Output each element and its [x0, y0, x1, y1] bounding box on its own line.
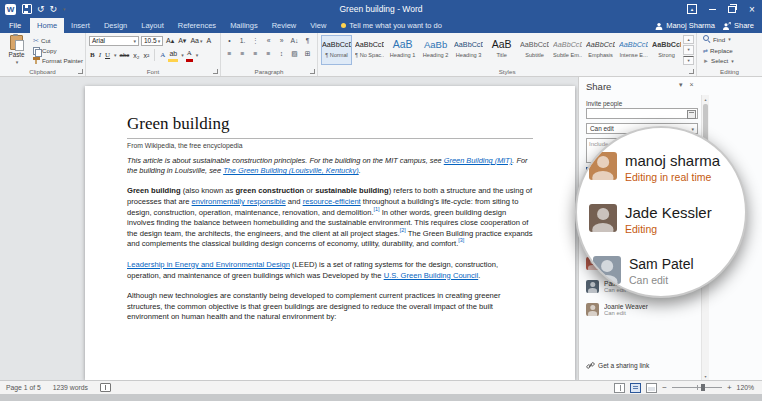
- borders-button[interactable]: ⊞: [302, 48, 313, 59]
- font-size-dropdown-icon[interactable]: ▾: [158, 38, 161, 44]
- clipboard-dialog-launcher-icon[interactable]: [78, 69, 83, 74]
- style-emphasis[interactable]: AaBbCcDc Emphasis: [585, 35, 616, 65]
- customize-qat-icon[interactable]: ▾: [63, 6, 66, 12]
- style-heading-2[interactable]: AaBb Heading 2: [420, 35, 451, 65]
- style-subtitle[interactable]: AaBbCcDc Subtitle: [519, 35, 550, 65]
- read-mode-button[interactable]: [614, 383, 625, 393]
- align-center-button[interactable]: ≡: [237, 48, 248, 59]
- strikethrough-button[interactable]: abc: [119, 50, 131, 61]
- styles-scroll-up-icon[interactable]: ▴: [683, 35, 694, 44]
- style-subtle-emphasis[interactable]: AaBbCcDc Subtle Em...: [552, 35, 583, 65]
- format-painter-button[interactable]: Format Painter: [33, 56, 83, 65]
- get-sharing-link[interactable]: Get a sharing link: [586, 361, 649, 370]
- tab-references[interactable]: References: [171, 18, 223, 33]
- replace-button[interactable]: ⇄ Replace: [703, 46, 760, 55]
- align-left-button[interactable]: ≡: [224, 48, 235, 59]
- zoom-out-button[interactable]: −: [662, 383, 667, 392]
- style-normal[interactable]: AaBbCcDc ¶ Normal: [321, 35, 352, 65]
- underline-dropdown-icon[interactable]: ▾: [114, 52, 117, 58]
- numbering-button[interactable]: 1.: [237, 35, 248, 46]
- style-title[interactable]: AaB Title: [486, 35, 517, 65]
- save-icon[interactable]: [22, 4, 32, 14]
- multilevel-list-button[interactable]: ⋮: [250, 35, 261, 46]
- underline-button[interactable]: U: [104, 50, 111, 61]
- tab-view[interactable]: View: [303, 18, 333, 33]
- shading-button[interactable]: ▨: [289, 48, 300, 59]
- ribbon-display-options-icon[interactable]: ▴: [682, 0, 702, 18]
- align-right-button[interactable]: ≡: [250, 48, 261, 59]
- style-intense-emphasis[interactable]: AaBbCcDc Intense E...: [618, 35, 649, 65]
- scroll-down-icon[interactable]: ▾: [702, 372, 709, 380]
- tell-me-box[interactable]: Tell me what you want to do: [341, 18, 442, 33]
- grow-font-button[interactable]: A▴: [165, 35, 175, 46]
- cut-button[interactable]: ✂ Cut: [33, 36, 83, 45]
- close-pane-icon[interactable]: ×: [690, 81, 694, 89]
- sort-button[interactable]: A↓: [289, 35, 300, 46]
- styles-scroll-down-icon[interactable]: ▾: [683, 45, 694, 54]
- zoom-in-button[interactable]: +: [727, 383, 732, 392]
- find-button[interactable]: Find ▾: [703, 35, 760, 44]
- word-count[interactable]: 1239 words: [47, 384, 94, 391]
- tab-design[interactable]: Design: [97, 18, 134, 33]
- address-book-icon[interactable]: [687, 110, 696, 119]
- change-case-button[interactable]: Aa▾: [189, 35, 203, 46]
- font-family-dropdown-icon[interactable]: ▾: [133, 38, 136, 44]
- select-button[interactable]: ► Select ▾: [703, 56, 760, 65]
- pane-options-icon[interactable]: ▾: [679, 81, 683, 89]
- web-layout-button[interactable]: [646, 383, 657, 393]
- person-row[interactable]: Joanie Weaver Can edit: [586, 300, 700, 318]
- highlight-dropdown-icon[interactable]: ▾: [181, 52, 184, 58]
- tab-home[interactable]: Home: [30, 18, 64, 33]
- line-spacing-button[interactable]: ↕: [276, 48, 287, 59]
- style-no-spacing[interactable]: AaBbCcDc ¶ No Spac...: [354, 35, 385, 65]
- show-paragraph-marks-button[interactable]: ¶: [302, 35, 313, 46]
- shrink-font-button[interactable]: A▾: [177, 35, 187, 46]
- document-page[interactable]: Green building From Wikipedia, the free …: [85, 86, 575, 380]
- style-heading-1[interactable]: AaB Heading 1: [387, 35, 418, 65]
- highlight-color-button[interactable]: ab: [168, 48, 178, 62]
- redo-icon[interactable]: ↻: [50, 4, 58, 14]
- tab-mailings[interactable]: Mailings: [223, 18, 265, 33]
- subscript-button[interactable]: x₂: [132, 50, 140, 61]
- bold-button[interactable]: B: [89, 50, 96, 61]
- paragraph-dialog-launcher-icon[interactable]: [310, 69, 315, 74]
- paste-dropdown-icon[interactable]: ▾: [16, 59, 19, 65]
- increase-indent-button[interactable]: »: [276, 35, 287, 46]
- scroll-up-icon[interactable]: ▴: [702, 95, 709, 103]
- font-dialog-launcher-icon[interactable]: [213, 69, 218, 74]
- copy-button[interactable]: Copy: [33, 46, 83, 55]
- account-user[interactable]: Manoj Sharma: [655, 21, 715, 30]
- zoom-slider[interactable]: [672, 387, 722, 388]
- select-dropdown-icon[interactable]: ▾: [731, 58, 734, 64]
- paste-button[interactable]: Paste ▾: [3, 35, 30, 65]
- tab-review[interactable]: Review: [265, 18, 304, 33]
- clear-formatting-button[interactable]: A: [205, 35, 212, 46]
- page-indicator[interactable]: Page 1 of 5: [0, 384, 47, 391]
- font-color-button[interactable]: A: [186, 48, 193, 62]
- minimize-icon[interactable]: [702, 0, 722, 18]
- restore-icon[interactable]: [722, 0, 742, 18]
- zoom-slider-thumb[interactable]: [701, 384, 705, 391]
- undo-icon[interactable]: ↺: [37, 4, 45, 14]
- tab-layout[interactable]: Layout: [134, 18, 171, 33]
- tab-insert[interactable]: Insert: [64, 18, 97, 33]
- decrease-indent-button[interactable]: «: [263, 35, 274, 46]
- styles-dialog-launcher-icon[interactable]: [689, 69, 694, 74]
- style-heading-3[interactable]: AaBbCcD Heading 3: [453, 35, 484, 65]
- superscript-button[interactable]: x²: [143, 50, 151, 61]
- close-icon[interactable]: ×: [742, 0, 762, 18]
- font-family-combobox[interactable]: Arial ▾: [89, 36, 139, 46]
- bullets-button[interactable]: •: [224, 35, 235, 46]
- zoom-level[interactable]: 120%: [737, 384, 754, 391]
- invite-people-input[interactable]: [586, 108, 698, 119]
- find-dropdown-icon[interactable]: ▾: [728, 36, 731, 42]
- proofing-status[interactable]: [94, 383, 117, 392]
- print-layout-button[interactable]: [630, 383, 641, 393]
- share-button-titlebar[interactable]: Share: [723, 21, 754, 30]
- font-color-dropdown-icon[interactable]: ▾: [196, 52, 199, 58]
- justify-button[interactable]: ≡: [263, 48, 274, 59]
- font-size-combobox[interactable]: 10.5 ▾: [141, 36, 163, 46]
- styles-more-icon[interactable]: ▾: [683, 56, 694, 65]
- tab-file[interactable]: File: [0, 18, 30, 33]
- italic-button[interactable]: I: [98, 50, 102, 61]
